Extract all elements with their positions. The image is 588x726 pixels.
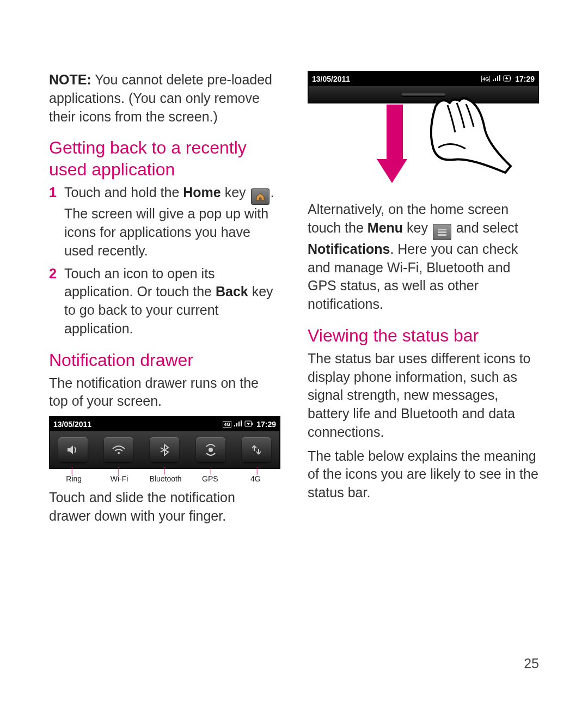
- step-number: 1: [49, 184, 59, 260]
- menu-icon: [433, 224, 451, 240]
- notification-drawer-figure: 13/05/2011 4G 17:29: [49, 416, 280, 469]
- signal-icon: [492, 75, 501, 83]
- svg-rect-8: [438, 234, 446, 236]
- home-icon: [251, 188, 270, 205]
- back-key-label: Back: [216, 284, 248, 299]
- drawer-outro: Touch and slide the notification drawer …: [49, 489, 280, 526]
- signal-icon: [234, 420, 242, 429]
- status-bar: 13/05/2011 4G 17:29: [309, 72, 538, 86]
- battery-charging-icon: [244, 420, 253, 429]
- page-number: 25: [524, 656, 539, 672]
- two-column-layout: NOTE: You cannot delete pre-loaded appli…: [49, 71, 539, 531]
- label-4g: 4G: [240, 474, 271, 483]
- manual-page: NOTE: You cannot delete pre-loaded appli…: [0, 0, 588, 726]
- viewing-p1: The status bar uses different icons to d…: [308, 350, 539, 442]
- wifi-toggle: [104, 437, 133, 462]
- step-1: 1 Touch and hold the Home key . The scre…: [49, 184, 280, 260]
- gps-toggle: [196, 437, 225, 462]
- svg-rect-7: [438, 231, 446, 233]
- viewing-p2: The table below explains the meaning of …: [308, 447, 539, 502]
- quick-label-ticks: │││││: [49, 469, 280, 472]
- quick-settings-row: [50, 431, 279, 468]
- step-number: 2: [49, 265, 59, 338]
- menu-key-label: Menu: [367, 220, 403, 235]
- label-ring: Ring: [59, 474, 89, 483]
- notifications-label: Notifications: [308, 241, 390, 257]
- svg-rect-6: [438, 229, 446, 230]
- svg-point-3: [209, 448, 213, 452]
- heading-viewing-status-bar: Viewing the status bar: [308, 325, 539, 346]
- status-date: 13/05/2011: [312, 75, 350, 83]
- status-time: 17:29: [515, 75, 535, 83]
- heading-notification-drawer: Notification drawer: [49, 349, 280, 371]
- label-bluetooth: Bluetooth: [149, 474, 180, 483]
- step-1-body: Touch and hold the Home key . The screen…: [64, 184, 280, 260]
- status-bar: 13/05/2011 4G 17:29: [50, 417, 279, 431]
- quick-labels: Ring Wi-Fi Bluetooth GPS 4G: [49, 472, 280, 489]
- home-key-label: Home: [183, 185, 220, 200]
- ring-toggle: [58, 437, 88, 462]
- alt-paragraph: Alternatively, on the home screen touch …: [308, 200, 539, 314]
- note-label: NOTE:: [49, 72, 91, 87]
- label-wifi: Wi-Fi: [104, 474, 134, 483]
- heading-recent-apps: Getting back to a recently used applicat…: [49, 137, 280, 180]
- status-date: 13/05/2011: [53, 420, 91, 429]
- fourg-toggle: [242, 437, 271, 462]
- drawer-intro: The notification drawer runs on the top …: [49, 374, 280, 411]
- svg-rect-5: [510, 77, 511, 80]
- step-2-body: Touch an icon to open its application. O…: [64, 265, 280, 338]
- swipe-down-figure: 13/05/2011 4G 17:29: [308, 71, 539, 191]
- hand-pointing-icon: [416, 95, 514, 193]
- svg-point-2: [118, 452, 120, 454]
- left-column: NOTE: You cannot delete pre-loaded appli…: [49, 71, 280, 531]
- label-gps: GPS: [195, 474, 225, 483]
- fourg-icon: 4G: [223, 421, 231, 428]
- status-time: 17:29: [256, 420, 276, 429]
- svg-rect-1: [252, 423, 253, 425]
- step-2: 2 Touch an icon to open its application.…: [49, 265, 280, 338]
- swipe-arrow-icon: [384, 105, 406, 186]
- right-column: 13/05/2011 4G 17:29: [308, 71, 539, 531]
- bluetooth-toggle: [150, 437, 179, 462]
- fourg-icon: 4G: [481, 76, 490, 82]
- battery-charging-icon: [503, 75, 512, 83]
- note-paragraph: NOTE: You cannot delete pre-loaded appli…: [49, 71, 280, 126]
